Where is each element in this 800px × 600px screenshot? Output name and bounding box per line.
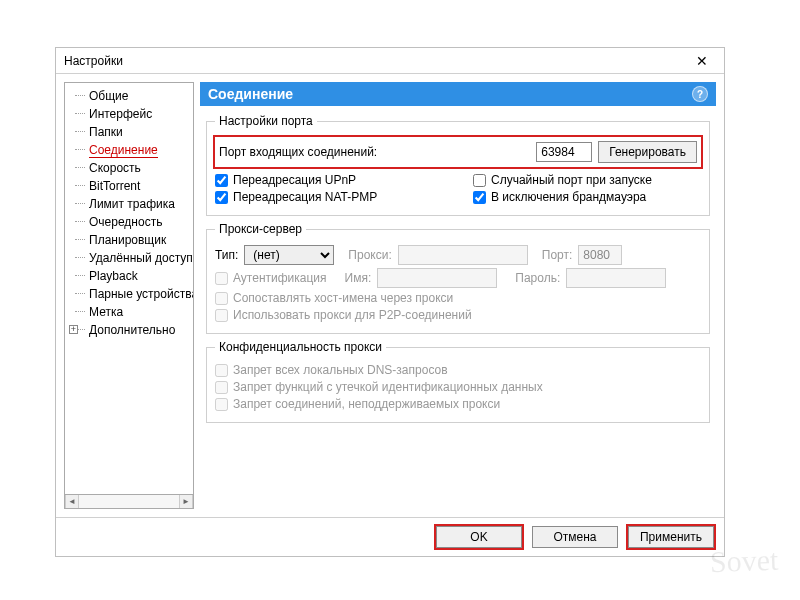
tree-item-connection[interactable]: Соединение bbox=[67, 141, 193, 159]
ok-button[interactable]: OK bbox=[436, 526, 522, 548]
generate-button[interactable]: Генерировать bbox=[598, 141, 697, 163]
port-input[interactable] bbox=[536, 142, 592, 162]
titlebar: Настройки ✕ bbox=[56, 48, 724, 74]
tree-item-label[interactable]: Метка bbox=[67, 303, 193, 321]
tree-hscrollbar[interactable]: ◄ ► bbox=[64, 495, 194, 509]
privacy-unsupported-checkbox: Запрет соединений, неподдерживаемых прок… bbox=[215, 397, 500, 411]
tree-item-playback[interactable]: Playback bbox=[67, 267, 193, 285]
port-row-highlighted: Порт входящих соединений: Генерировать bbox=[215, 137, 701, 167]
tree-item-folders[interactable]: Папки bbox=[67, 123, 193, 141]
natpmp-checkbox[interactable]: Переадресация NAT-PMP bbox=[215, 190, 377, 204]
settings-window: Настройки ✕ Общие Интерфейс Папки Соедин… bbox=[55, 47, 725, 557]
port-settings-legend: Настройки порта bbox=[215, 114, 317, 128]
tree-item-scheduler[interactable]: Планировщик bbox=[67, 231, 193, 249]
tree-item-traffic-limit[interactable]: Лимит трафика bbox=[67, 195, 193, 213]
random-port-checkbox[interactable]: Случайный порт при запуске bbox=[473, 173, 652, 187]
expand-icon[interactable]: + bbox=[69, 325, 78, 334]
proxy-legend: Прокси-сервер bbox=[215, 222, 306, 236]
proxy-p2p-checkbox: Использовать прокси для P2P-соединений bbox=[215, 308, 472, 322]
port-settings-group: Настройки порта Порт входящих соединений… bbox=[206, 114, 710, 216]
proxy-host-label: Прокси: bbox=[348, 248, 391, 262]
privacy-group: Конфиденциальность прокси Запрет всех ло… bbox=[206, 340, 710, 423]
scroll-left-icon[interactable]: ◄ bbox=[65, 495, 79, 508]
tree-item-speed[interactable]: Скорость bbox=[67, 159, 193, 177]
scroll-track[interactable] bbox=[79, 495, 179, 508]
dialog-footer: OK Отмена Применить bbox=[56, 517, 724, 556]
window-title: Настройки bbox=[64, 54, 123, 68]
content-pane: Соединение ? Настройки порта Порт входящ… bbox=[200, 82, 716, 509]
close-icon: ✕ bbox=[696, 54, 708, 68]
proxy-type-label: Тип: bbox=[215, 248, 238, 262]
proxy-host-input bbox=[398, 245, 528, 265]
proxy-user-label: Имя: bbox=[345, 271, 372, 285]
scroll-right-icon[interactable]: ► bbox=[179, 495, 193, 508]
proxy-group: Прокси-сервер Тип: (нет) Прокси: Порт: А… bbox=[206, 222, 710, 334]
tree-item-paired-devices[interactable]: Парные устройства bbox=[67, 285, 193, 303]
tree-item-queue[interactable]: Очередность bbox=[67, 213, 193, 231]
close-button[interactable]: ✕ bbox=[684, 50, 720, 72]
section-title: Соединение bbox=[208, 86, 293, 102]
privacy-legend: Конфиденциальность прокси bbox=[215, 340, 386, 354]
tree-item-remote[interactable]: Удалённый доступ bbox=[67, 249, 193, 267]
privacy-leak-checkbox: Запрет функций с утечкой идентификационн… bbox=[215, 380, 543, 394]
proxy-type-select[interactable]: (нет) bbox=[244, 245, 334, 265]
upnp-checkbox[interactable]: Переадресация UPnP bbox=[215, 173, 356, 187]
help-icon[interactable]: ? bbox=[692, 86, 708, 102]
proxy-pass-input bbox=[566, 268, 666, 288]
tree-item-advanced[interactable]: + Дополнительно bbox=[67, 321, 193, 339]
proxy-port-input bbox=[578, 245, 622, 265]
port-checkbox-cols: Переадресация UPnP Переадресация NAT-PMP… bbox=[215, 170, 701, 207]
section-header: Соединение ? bbox=[200, 82, 716, 106]
firewall-checkbox[interactable]: В исключения брандмауэра bbox=[473, 190, 646, 204]
proxy-type-row: Тип: (нет) Прокси: Порт: bbox=[215, 245, 701, 265]
port-label: Порт входящих соединений: bbox=[219, 145, 530, 159]
proxy-auth-row: Аутентификация Имя: Пароль: bbox=[215, 268, 701, 288]
cancel-button[interactable]: Отмена bbox=[532, 526, 618, 548]
proxy-resolve-checkbox: Сопоставлять хост-имена через прокси bbox=[215, 291, 453, 305]
proxy-pass-label: Пароль: bbox=[515, 271, 560, 285]
category-tree[interactable]: Общие Интерфейс Папки Соединение Скорост… bbox=[64, 82, 194, 495]
tree-item-general[interactable]: Общие bbox=[67, 87, 193, 105]
settings-panel: Настройки порта Порт входящих соединений… bbox=[200, 106, 716, 509]
tree-item-interface[interactable]: Интерфейс bbox=[67, 105, 193, 123]
dialog-body: Общие Интерфейс Папки Соединение Скорост… bbox=[56, 74, 724, 517]
apply-button[interactable]: Применить bbox=[628, 526, 714, 548]
category-tree-wrap: Общие Интерфейс Папки Соединение Скорост… bbox=[64, 82, 194, 509]
privacy-dns-checkbox: Запрет всех локальных DNS-запросов bbox=[215, 363, 448, 377]
proxy-port-label: Порт: bbox=[542, 248, 573, 262]
tree-item-bittorrent[interactable]: BitTorrent bbox=[67, 177, 193, 195]
proxy-auth-checkbox: Аутентификация bbox=[215, 271, 327, 285]
proxy-user-input bbox=[377, 268, 497, 288]
